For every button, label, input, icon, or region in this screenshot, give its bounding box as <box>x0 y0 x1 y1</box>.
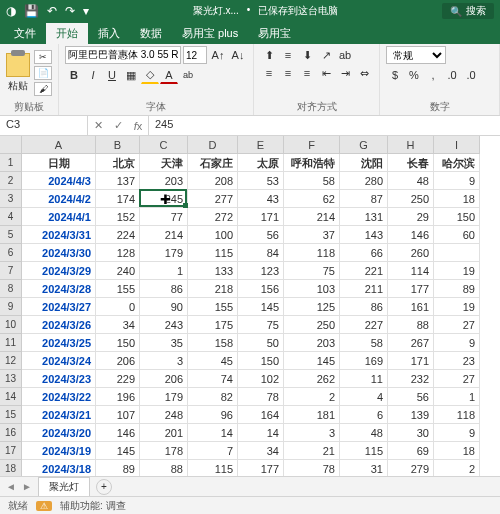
cell[interactable]: 天津 <box>140 154 188 172</box>
cell[interactable]: 27 <box>434 370 480 388</box>
cancel-button[interactable]: ✕ <box>88 116 108 135</box>
cell[interactable]: 75 <box>238 316 284 334</box>
align-center-button[interactable]: ≡ <box>279 64 297 82</box>
paste-button[interactable]: 粘贴 <box>6 53 30 93</box>
col-header[interactable]: H <box>388 136 434 153</box>
cell[interactable]: 82 <box>188 388 238 406</box>
cell[interactable]: 37 <box>284 226 340 244</box>
cell[interactable]: 2024/3/28 <box>22 280 96 298</box>
search-box[interactable]: 🔍 搜索 <box>442 3 494 19</box>
cell[interactable]: 115 <box>188 244 238 262</box>
cell[interactable]: 45 <box>188 352 238 370</box>
col-header[interactable]: E <box>238 136 284 153</box>
row-header[interactable]: 17 <box>0 442 21 460</box>
cell[interactable]: 2024/3/31 <box>22 226 96 244</box>
cell[interactable]: 2024/3/30 <box>22 244 96 262</box>
cell[interactable]: 2024/3/24 <box>22 352 96 370</box>
cell[interactable]: 145 <box>96 442 140 460</box>
cell[interactable]: 90 <box>140 298 188 316</box>
undo-icon[interactable]: ↶ <box>47 4 57 18</box>
cell[interactable]: 146 <box>96 424 140 442</box>
cell[interactable]: 118 <box>284 244 340 262</box>
number-format-select[interactable]: 常规 <box>386 46 446 64</box>
cell[interactable]: 114 <box>388 262 434 280</box>
cell[interactable]: 11 <box>340 370 388 388</box>
cell[interactable]: 156 <box>238 280 284 298</box>
cell[interactable]: 232 <box>388 370 434 388</box>
cell[interactable]: 131 <box>340 208 388 226</box>
cell[interactable]: 139 <box>388 406 434 424</box>
cell[interactable]: 179 <box>140 388 188 406</box>
cell[interactable]: 2024/3/26 <box>22 316 96 334</box>
underline-button[interactable]: U <box>103 66 121 84</box>
col-header[interactable]: A <box>22 136 96 153</box>
row-header[interactable]: 15 <box>0 406 21 424</box>
cells-area[interactable]: 日期北京天津石家庄太原呼和浩特沈阳长春哈尔滨2024/4/31372032085… <box>22 154 480 478</box>
cell[interactable]: 150 <box>238 352 284 370</box>
row-headers[interactable]: 123456789101112131415161718 <box>0 154 22 478</box>
cell[interactable]: 201 <box>140 424 188 442</box>
indent-inc-button[interactable]: ⇥ <box>336 64 354 82</box>
cell[interactable]: 243 <box>140 316 188 334</box>
cell[interactable]: 北京 <box>96 154 140 172</box>
cell[interactable]: 2024/4/3 <box>22 172 96 190</box>
cell[interactable]: 102 <box>238 370 284 388</box>
decrease-font-button[interactable]: A↓ <box>229 46 247 64</box>
cell[interactable]: 103 <box>284 280 340 298</box>
orientation-button[interactable]: ↗ <box>317 46 335 64</box>
cell[interactable]: 88 <box>388 316 434 334</box>
column-headers[interactable]: ABCDEFGHI <box>22 136 480 154</box>
cell[interactable]: 214 <box>284 208 340 226</box>
cell[interactable]: 146 <box>388 226 434 244</box>
cell[interactable]: 2024/3/20 <box>22 424 96 442</box>
cell[interactable]: 206 <box>140 370 188 388</box>
cell[interactable]: 145 <box>284 352 340 370</box>
row-header[interactable]: 1 <box>0 154 21 172</box>
align-left-button[interactable]: ≡ <box>260 64 278 82</box>
indent-dec-button[interactable]: ⇤ <box>317 64 335 82</box>
cell[interactable]: 53 <box>238 172 284 190</box>
cell[interactable]: 2024/3/22 <box>22 388 96 406</box>
cell[interactable]: 221 <box>340 262 388 280</box>
cell[interactable]: 56 <box>238 226 284 244</box>
cell[interactable]: 2 <box>284 388 340 406</box>
align-middle-button[interactable]: ≡ <box>279 46 297 64</box>
cell[interactable]: 203 <box>140 172 188 190</box>
cell[interactable]: 23 <box>434 352 480 370</box>
inc-decimal-button[interactable]: .0 <box>443 66 461 84</box>
cell[interactable]: 206 <box>96 352 140 370</box>
cell[interactable]: 2024/3/19 <box>22 442 96 460</box>
cell[interactable]: 89 <box>434 280 480 298</box>
cell[interactable]: 125 <box>284 298 340 316</box>
cell[interactable]: 128 <box>96 244 140 262</box>
cell[interactable]: 呼和浩特 <box>284 154 340 172</box>
row-header[interactable]: 14 <box>0 388 21 406</box>
dec-decimal-button[interactable]: .0 <box>462 66 480 84</box>
cell[interactable]: 262 <box>284 370 340 388</box>
cell[interactable]: 29 <box>388 208 434 226</box>
cell[interactable]: 245 <box>140 190 188 208</box>
cell[interactable]: 56 <box>388 388 434 406</box>
cell[interactable]: 69 <box>388 442 434 460</box>
ribbon-tab-2[interactable]: 插入 <box>88 23 130 44</box>
col-header[interactable]: D <box>188 136 238 153</box>
cell[interactable]: 208 <box>188 172 238 190</box>
cell[interactable]: 18 <box>434 442 480 460</box>
font-color-button[interactable]: A <box>160 66 178 84</box>
worksheet-grid[interactable]: ABCDEFGHI 123456789101112131415161718 日期… <box>0 136 500 476</box>
cell[interactable]: 长春 <box>388 154 434 172</box>
cell[interactable]: 175 <box>188 316 238 334</box>
cell[interactable]: 30 <box>388 424 434 442</box>
currency-button[interactable]: $ <box>386 66 404 84</box>
italic-button[interactable]: I <box>84 66 102 84</box>
cell[interactable]: 2024/3/23 <box>22 370 96 388</box>
cell[interactable]: 229 <box>96 370 140 388</box>
cell[interactable]: 58 <box>340 334 388 352</box>
cell[interactable]: 171 <box>388 352 434 370</box>
row-header[interactable]: 2 <box>0 172 21 190</box>
row-header[interactable]: 10 <box>0 316 21 334</box>
col-header[interactable]: F <box>284 136 340 153</box>
redo-icon[interactable]: ↷ <box>65 4 75 18</box>
autosave-icon[interactable]: ◑ <box>6 4 16 18</box>
cell[interactable]: 2024/3/27 <box>22 298 96 316</box>
